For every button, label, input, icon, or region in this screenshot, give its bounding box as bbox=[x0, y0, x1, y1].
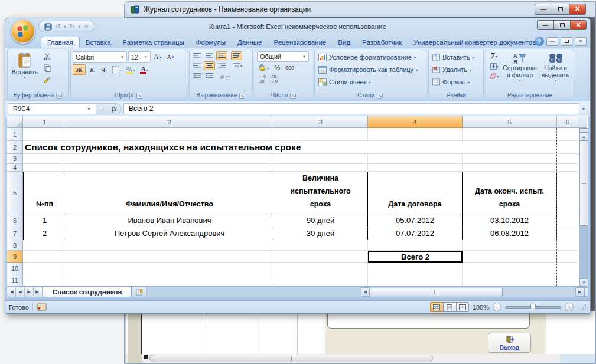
page-layout-view-button[interactable] bbox=[443, 302, 456, 312]
autosum-button[interactable]: Σ▾ bbox=[488, 51, 500, 61]
cell[interactable] bbox=[23, 128, 66, 141]
selected-cell-total[interactable]: Всего 2 bbox=[368, 251, 463, 263]
cell[interactable] bbox=[368, 274, 463, 286]
format-cells-button[interactable]: Формат▾ bbox=[431, 76, 481, 88]
increase-decimal-button[interactable]: ←,0,00 bbox=[257, 74, 268, 84]
tab-view[interactable]: Вид bbox=[332, 37, 356, 48]
row-header-4[interactable]: 4 bbox=[7, 164, 23, 172]
macro-record-icon[interactable] bbox=[37, 303, 47, 311]
horizontal-scroll-track[interactable] bbox=[370, 287, 575, 297]
vertical-scroll-thumb[interactable] bbox=[579, 140, 588, 226]
align-top-button[interactable] bbox=[191, 51, 203, 60]
cell[interactable] bbox=[66, 240, 273, 251]
cell[interactable] bbox=[66, 164, 273, 172]
cell[interactable] bbox=[368, 154, 463, 164]
prev-sheet-button[interactable]: ◀ bbox=[16, 287, 25, 297]
wrap-text-button[interactable] bbox=[231, 51, 242, 60]
formula-bar-grip[interactable] bbox=[100, 107, 104, 111]
tab-insert[interactable]: Вставка bbox=[80, 37, 117, 48]
zoom-slider[interactable] bbox=[505, 306, 561, 309]
bg-close-button[interactable]: ✕ bbox=[569, 4, 586, 15]
alignment-dialog-launcher-icon[interactable]: ↘ bbox=[239, 93, 245, 99]
font-dialog-launcher-icon[interactable]: ↘ bbox=[136, 93, 142, 99]
decrease-indent-button[interactable] bbox=[191, 71, 203, 80]
scroll-down-icon[interactable]: ▼ bbox=[579, 278, 588, 286]
select-all-corner[interactable] bbox=[7, 116, 23, 128]
table-header-end-date[interactable]: Дата оконч. испыт. срока bbox=[463, 172, 557, 214]
zoom-in-button[interactable]: + bbox=[565, 303, 574, 311]
cell[interactable] bbox=[273, 251, 368, 263]
cell[interactable] bbox=[23, 164, 66, 172]
formula-input[interactable]: Всего 2 bbox=[123, 103, 579, 114]
exit-button[interactable]: Выход bbox=[488, 333, 531, 353]
fill-button[interactable]: ▾ bbox=[488, 61, 500, 71]
undo-dropdown-icon[interactable]: ▾ bbox=[64, 24, 66, 29]
redo-icon[interactable]: ↻ bbox=[69, 22, 75, 31]
cell[interactable] bbox=[23, 154, 66, 164]
cell[interactable] bbox=[23, 274, 66, 286]
copy-button[interactable] bbox=[41, 63, 53, 73]
column-header-4[interactable]: 4 bbox=[368, 116, 463, 128]
row-header-11[interactable]: 11 bbox=[7, 274, 23, 286]
bg-restore-button[interactable] bbox=[552, 4, 569, 15]
cell[interactable] bbox=[463, 128, 557, 141]
scroll-up-icon[interactable]: ▲ bbox=[579, 133, 588, 140]
restore-button[interactable] bbox=[553, 20, 570, 30]
insert-worksheet-tab[interactable] bbox=[132, 287, 147, 297]
undo-icon[interactable]: ↺ bbox=[55, 22, 61, 31]
formula-bar-expand-icon[interactable]: ▼ bbox=[579, 107, 588, 111]
clear-button[interactable]: ▾ bbox=[488, 71, 500, 81]
zoom-out-button[interactable]: − bbox=[493, 303, 501, 311]
cell[interactable] bbox=[463, 274, 557, 286]
number-format-combo[interactable]: Общий▼ bbox=[257, 51, 309, 62]
table-cell[interactable]: Петров Сергей Александрович bbox=[66, 227, 273, 240]
table-cell[interactable]: 07.07.2012 bbox=[368, 227, 463, 240]
cell[interactable] bbox=[66, 263, 273, 274]
row-header-10[interactable]: 10 bbox=[7, 263, 23, 274]
delete-cells-button[interactable]: Удалить▾ bbox=[431, 64, 481, 76]
insert-function-icon[interactable]: fx bbox=[112, 104, 117, 113]
table-header-name[interactable]: Фамилия/Имя/Отчество bbox=[66, 172, 273, 214]
sort-filter-button[interactable]: АЯ Сортировка и фильтр▾ bbox=[501, 51, 538, 90]
column-header-3[interactable]: 3 bbox=[273, 116, 368, 128]
cell[interactable] bbox=[66, 251, 273, 263]
column-header-2[interactable]: 2 bbox=[66, 116, 273, 128]
sheet-title-cell[interactable]: Список сотрудников, находящихся на испыт… bbox=[23, 141, 581, 154]
conditional-formatting-button[interactable]: Условное форматирование▾ bbox=[317, 51, 424, 63]
bg-horizontal-scrollbar[interactable] bbox=[149, 355, 433, 362]
italic-button[interactable]: К bbox=[87, 64, 97, 75]
name-box[interactable]: R9C4▼ bbox=[8, 103, 96, 114]
office-button[interactable] bbox=[11, 19, 35, 44]
format-painter-button[interactable] bbox=[41, 74, 53, 84]
cell[interactable] bbox=[557, 240, 578, 251]
workbook-minimize-button[interactable]: — bbox=[546, 37, 558, 46]
row-header-3[interactable]: 3 bbox=[7, 154, 23, 164]
cell[interactable] bbox=[23, 251, 66, 263]
row-header-7[interactable]: 7 bbox=[7, 227, 23, 240]
cell[interactable] bbox=[557, 164, 578, 172]
table-cell[interactable]: 03.10.2012 bbox=[463, 214, 557, 227]
tab-page-layout[interactable]: Разметка страницы bbox=[117, 37, 190, 48]
cut-button[interactable] bbox=[41, 51, 53, 62]
vertical-scrollbar[interactable]: ▲ ▼ bbox=[579, 128, 588, 286]
cell[interactable] bbox=[557, 172, 578, 214]
column-header-5[interactable]: 5 bbox=[463, 116, 557, 128]
tab-data[interactable]: Данные bbox=[232, 37, 268, 48]
cell[interactable] bbox=[273, 154, 368, 164]
bg-minimize-button[interactable]: — bbox=[535, 4, 552, 15]
font-color-button[interactable]: А▾ bbox=[138, 64, 150, 75]
background-window-titlebar[interactable]: Журнал сотрудников - Наименование органи… bbox=[125, 2, 595, 17]
percent-button[interactable]: % bbox=[272, 63, 282, 73]
excel-titlebar[interactable]: ↺▾ ↻▾ ᳅ Книга1 - Microsoft Excel некомме… bbox=[5, 18, 590, 34]
font-size-combo[interactable]: 12▼ bbox=[128, 51, 151, 63]
horizontal-scroll-thumb[interactable] bbox=[370, 288, 503, 296]
cell[interactable] bbox=[23, 240, 66, 251]
next-sheet-button[interactable]: ▶ bbox=[25, 287, 34, 297]
tab-developer[interactable]: Разработчик bbox=[356, 37, 408, 48]
clipboard-dialog-launcher-icon[interactable]: ↘ bbox=[56, 93, 62, 99]
align-center-button[interactable] bbox=[204, 61, 215, 70]
column-header-1[interactable]: 1 bbox=[23, 116, 66, 128]
first-sheet-button[interactable]: ◀ bbox=[7, 287, 16, 297]
last-sheet-button[interactable]: ▶ bbox=[34, 287, 43, 297]
tab-converter[interactable]: Универсальный конвертер документов bbox=[408, 37, 542, 48]
